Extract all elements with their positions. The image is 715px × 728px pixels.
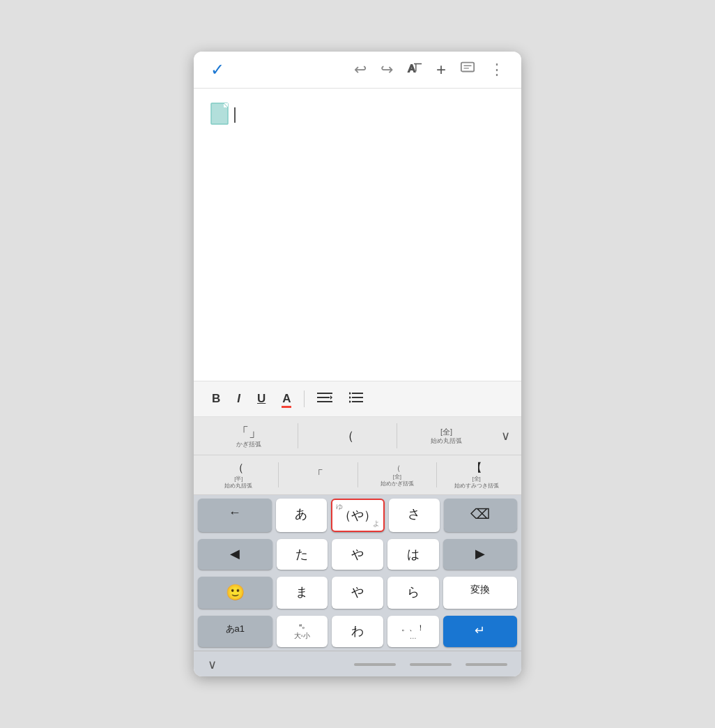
half-paren-item[interactable]: （ [半]始め丸括弧 — [199, 458, 278, 492]
more-icon[interactable]: ⋮ — [489, 61, 505, 79]
color-button[interactable]: A — [275, 388, 298, 410]
redo-icon[interactable]: ↪ — [380, 61, 393, 79]
add-icon[interactable]: + — [436, 60, 446, 79]
sa-key[interactable]: さ — [389, 499, 440, 532]
ya-key[interactable]: や — [332, 539, 383, 570]
svg-point-18 — [349, 400, 351, 402]
undo-icon[interactable]: ↩ — [354, 61, 367, 79]
single-kagi-item[interactable]: 「 — [279, 465, 358, 485]
sumitsuki-item[interactable]: 【 [全]始めすみつき括弧 — [437, 458, 516, 492]
indicator-3 — [466, 663, 507, 666]
left-arrow-key[interactable]: ◀ — [198, 539, 272, 570]
document-cursor-area — [210, 103, 505, 128]
underline-button[interactable]: U — [250, 388, 272, 410]
a-key[interactable]: あ — [276, 499, 327, 532]
svg-point-16 — [349, 392, 351, 394]
kagi-bracket-item[interactable]: 「」 かぎ括弧 — [199, 421, 298, 451]
text-cursor — [234, 107, 236, 123]
phone-container: ✓ ↩ ↪ A + ⋮ — [194, 52, 521, 677]
toolbar-right: ↩ ↪ A + ⋮ — [354, 60, 505, 79]
bottom-bar: ∨ — [194, 651, 521, 676]
list-icon — [349, 391, 363, 404]
svg-rect-3 — [461, 62, 474, 71]
ha-key[interactable]: は — [387, 539, 439, 570]
svg-marker-12 — [330, 395, 332, 400]
punct-row-1: 「」 かぎ括弧 （ [全] 始め丸括弧 ∨ — [194, 417, 521, 456]
editor-area[interactable] — [194, 89, 521, 381]
top-toolbar: ✓ ↩ ↪ A + ⋮ — [194, 52, 521, 89]
expand-icon[interactable]: ∨ — [495, 425, 516, 446]
text-format-icon[interactable]: A — [407, 60, 422, 79]
backspace-key[interactable]: ⌫ — [444, 499, 518, 532]
full-kagi-item[interactable]: （ [全]始めかぎ括弧 — [358, 460, 437, 490]
convert-key[interactable]: 変換 — [443, 577, 518, 609]
format-divider-1 — [304, 390, 305, 407]
align-button[interactable] — [310, 387, 339, 411]
list-button[interactable] — [342, 387, 370, 411]
key-row-3: 🙂 ま や ら 変換 — [194, 573, 521, 612]
ka-key[interactable]: ゆ （や） よ — [331, 499, 385, 532]
paren-item[interactable]: （ — [298, 425, 397, 447]
format-toolbar: B I U A — [194, 381, 521, 417]
ma-key[interactable]: ま — [277, 577, 328, 609]
chevron-down-icon[interactable]: ∨ — [208, 657, 217, 672]
indicator-1 — [354, 663, 396, 666]
key-row-1: ← あ ゆ （や） よ さ ⌫ — [194, 495, 521, 536]
keyboard-area: ← あ ゆ （や） よ さ ⌫ ◀ た — [194, 495, 521, 651]
dakuten-key[interactable]: “◦ 大◦小 — [277, 616, 328, 647]
input-mode-key[interactable]: あa1 — [198, 616, 272, 647]
wa-key[interactable]: わ — [332, 616, 383, 647]
toolbar-left: ✓ — [210, 60, 224, 79]
document-thumbnail-icon — [210, 103, 233, 128]
check-icon[interactable]: ✓ — [210, 60, 224, 79]
bottom-indicators — [354, 663, 507, 666]
align-icon — [317, 391, 332, 404]
ta-key[interactable]: た — [277, 539, 328, 570]
italic-button[interactable]: I — [230, 388, 247, 410]
ya2-key[interactable]: や — [332, 577, 383, 609]
comment-icon[interactable] — [460, 60, 475, 79]
punctuation-key[interactable]: 。、！ … — [387, 616, 439, 647]
emoji-key[interactable]: 🙂 — [198, 577, 272, 609]
right-arrow-key[interactable]: ▶ — [443, 539, 518, 570]
key-row-4: あa1 “◦ 大◦小 わ 。、！ … ↵ — [194, 612, 521, 651]
indicator-2 — [410, 663, 452, 666]
bold-button[interactable]: B — [205, 388, 227, 410]
enter-key[interactable]: ↵ — [443, 616, 518, 647]
svg-point-17 — [349, 396, 351, 398]
ra-key[interactable]: ら — [387, 577, 439, 609]
return-key[interactable]: ← — [198, 499, 272, 532]
key-row-2: ◀ た や は ▶ — [194, 536, 521, 573]
punct-row-2: （ [半]始め丸括弧 「 （ [全]始めかぎ括弧 【 [全]始めすみつき括弧 — [194, 455, 521, 495]
full-paren-item[interactable]: [全] 始め丸括弧 — [397, 424, 495, 448]
